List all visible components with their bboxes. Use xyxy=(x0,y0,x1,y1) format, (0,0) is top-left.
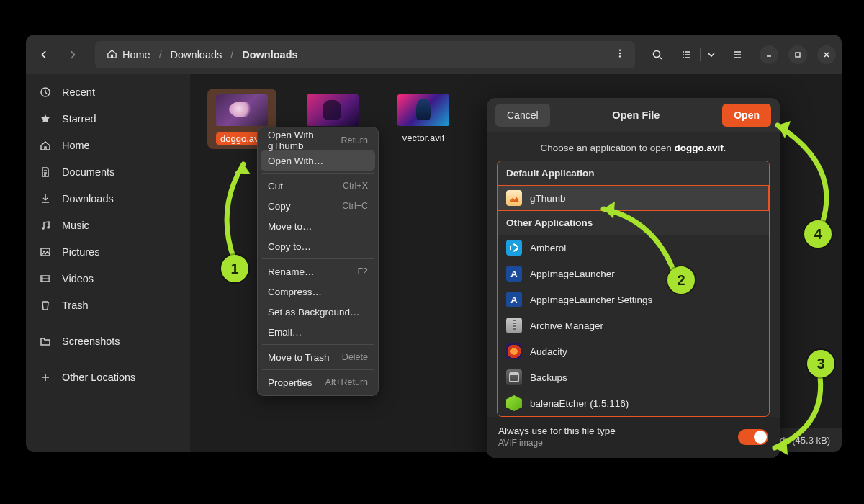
always-use-toggle[interactable] xyxy=(738,429,768,445)
menu-item[interactable]: Move to TrashDelete xyxy=(261,347,375,367)
menu-item[interactable]: Move to… xyxy=(261,216,375,236)
menu-item[interactable]: Compress… xyxy=(261,282,375,302)
sidebar-item-videos[interactable]: Videos xyxy=(30,265,186,292)
dialog-title: Open File xyxy=(612,109,660,121)
sidebar: RecentStarredHomeDocumentsDownloadsMusic… xyxy=(26,74,190,452)
sidebar-item-other-locations[interactable]: Other Locations xyxy=(30,364,186,390)
view-dropdown-button[interactable] xyxy=(702,42,721,67)
breadcrumb-separator: / xyxy=(159,49,162,60)
cancel-button[interactable]: Cancel xyxy=(495,104,550,127)
sidebar-item-label: Downloads xyxy=(62,193,114,204)
sidebar-item-home[interactable]: Home xyxy=(30,132,186,158)
sidebar-item-label: Other Locations xyxy=(62,372,135,383)
sidebar-item-screenshots[interactable]: Screenshots xyxy=(30,328,186,354)
app-icon xyxy=(506,369,522,385)
menu-item-label: Set as Background… xyxy=(268,307,360,318)
sidebar-item-label: Videos xyxy=(62,273,94,284)
menu-item-label: Email… xyxy=(268,327,302,338)
window-minimize-button[interactable] xyxy=(760,45,778,64)
breadcrumb-segment-current[interactable]: Downloads xyxy=(233,42,306,67)
app-row[interactable]: balenaEtcher (1.5.116) xyxy=(498,390,769,416)
callout-4: 4 xyxy=(804,220,832,248)
search-button[interactable] xyxy=(645,42,670,67)
sidebar-item-downloads[interactable]: Downloads xyxy=(30,185,186,212)
app-chooser: Default Application gThumb Other Applica… xyxy=(497,161,770,417)
file-tile[interactable]: vector.avif xyxy=(389,89,458,149)
default-app-header: Default Application xyxy=(498,161,769,185)
app-name: Backups xyxy=(530,372,567,383)
menu-item[interactable]: Set as Background… xyxy=(261,302,375,322)
callout-2: 2 xyxy=(667,266,695,294)
context-menu: Open With gThumbReturnOpen With…CutCtrl+… xyxy=(257,127,379,396)
window-close-button[interactable] xyxy=(817,45,836,64)
sidebar-item-documents[interactable]: Documents xyxy=(30,158,186,185)
menu-item[interactable]: CopyCtrl+C xyxy=(261,196,375,216)
nav-forward-button[interactable] xyxy=(60,42,85,67)
view-list-button[interactable] xyxy=(674,42,698,67)
sidebar-item-label: Starred xyxy=(62,113,96,125)
app-icon xyxy=(506,240,522,256)
app-row[interactable]: Backups xyxy=(498,364,769,390)
app-row[interactable]: Audacity xyxy=(498,338,769,364)
app-row[interactable]: AAppImageLauncher xyxy=(498,261,769,287)
sidebar-item-starred[interactable]: Starred xyxy=(30,105,186,132)
sidebar-item-recent[interactable]: Recent xyxy=(30,78,186,105)
sidebar-item-pictures[interactable]: Pictures xyxy=(30,238,186,265)
app-name: balenaEtcher (1.5.116) xyxy=(530,398,629,409)
sidebar-item-label: Recent xyxy=(62,86,95,98)
app-row-default[interactable]: gThumb xyxy=(498,185,769,211)
star-icon xyxy=(39,113,52,125)
svg-point-1 xyxy=(619,53,621,54)
video-icon xyxy=(39,273,52,284)
menu-item[interactable]: Open With… xyxy=(261,150,375,171)
window-maximize-button[interactable] xyxy=(788,45,807,64)
menu-item-label: Copy xyxy=(268,201,291,212)
breadcrumb-segment[interactable]: Downloads xyxy=(162,42,231,67)
menu-item[interactable]: Email… xyxy=(261,322,375,342)
sidebar-item-music[interactable]: Music xyxy=(30,212,186,238)
hamburger-menu-button[interactable] xyxy=(725,42,750,67)
dialog-footer: Always use for this file type AVIF image xyxy=(487,417,780,458)
open-button[interactable]: Open xyxy=(722,104,771,127)
app-icon-gthumb xyxy=(506,190,522,206)
trash-icon xyxy=(39,300,52,311)
menu-item-label: Move to Trash xyxy=(268,352,330,363)
picture-icon xyxy=(39,246,52,258)
path-menu-button[interactable] xyxy=(608,48,632,60)
menu-item-accel: Delete xyxy=(342,352,368,362)
app-name: Audacity xyxy=(530,346,567,357)
svg-point-9 xyxy=(43,250,45,251)
music-icon xyxy=(39,220,52,231)
menu-item-accel: F2 xyxy=(357,266,368,276)
app-row[interactable]: Amberol xyxy=(498,235,769,261)
dialog-subtitle: Choose an application to open doggo.avif… xyxy=(487,132,780,161)
breadcrumb-home[interactable]: Home xyxy=(98,42,159,67)
menu-item-accel: Alt+Return xyxy=(325,377,368,387)
menu-item[interactable]: PropertiesAlt+Return xyxy=(261,372,375,392)
sidebar-item-label: Trash xyxy=(62,300,89,311)
sidebar-item-trash[interactable]: Trash xyxy=(30,292,186,318)
app-row[interactable]: AAppImageLauncher Settings xyxy=(498,287,769,312)
breadcrumb: Home / Downloads / Downloads xyxy=(95,41,635,68)
menu-item-label: Open With… xyxy=(268,156,323,166)
app-name: Amberol xyxy=(530,243,566,253)
breadcrumb-label: Home xyxy=(122,49,150,60)
home-icon xyxy=(39,140,52,151)
dialog-header: Cancel Open File Open xyxy=(487,98,780,132)
folder-icon xyxy=(39,336,52,347)
menu-item-label: Rename… xyxy=(268,266,315,277)
app-row[interactable]: Archive Manager xyxy=(498,312,769,338)
menu-item[interactable]: Rename…F2 xyxy=(261,261,375,282)
app-icon: A xyxy=(506,292,522,307)
menu-item-label: Open With gThumb xyxy=(268,130,341,151)
nav-back-button[interactable] xyxy=(32,42,56,67)
svg-point-3 xyxy=(654,50,660,57)
sidebar-item-label: Screenshots xyxy=(62,336,120,347)
svg-point-2 xyxy=(619,55,621,57)
menu-item[interactable]: Open With gThumbReturn xyxy=(261,130,375,150)
menu-item-label: Properties xyxy=(268,377,312,388)
breadcrumb-label: Downloads xyxy=(242,49,297,60)
titlebar: Home / Downloads / Downloads xyxy=(26,35,842,74)
menu-item[interactable]: Copy to… xyxy=(261,236,375,256)
menu-item[interactable]: CutCtrl+X xyxy=(261,176,375,196)
